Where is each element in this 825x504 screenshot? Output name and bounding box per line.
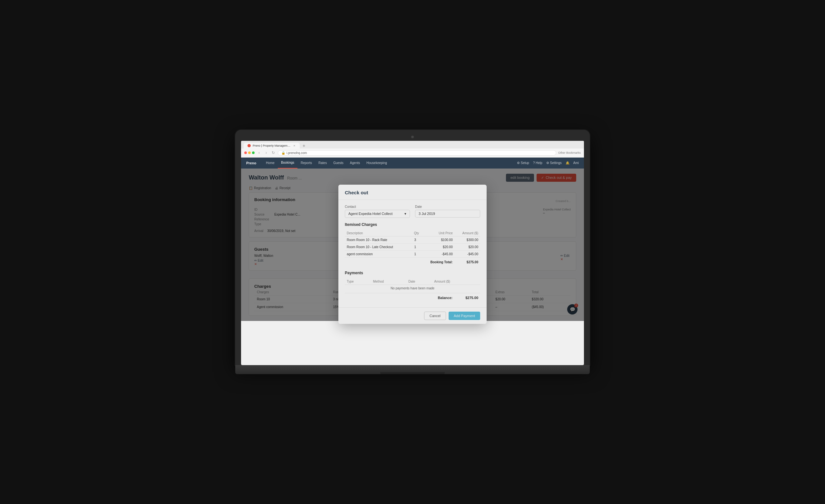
modal-footer: Cancel Add Payment [339, 307, 486, 324]
form-row-contact-date: Contact Agent Expedia Hotel Collect ▾ Da… [345, 205, 480, 218]
browser-controls: ‹ › ↻ 🔒 i.prenohq.com Other Bookmarks [241, 149, 584, 157]
app-nav: Preno Home Bookings Reports Rates Guests… [241, 158, 584, 168]
payments-table: Type Method Date Amount ($) No p [345, 278, 480, 292]
maximize-window-button[interactable] [252, 151, 254, 154]
payments-section: Payments Type Method Date Amount ($) [345, 271, 480, 300]
browser-chrome: Preno | Property Manageme... ✕ + ‹ › ↻ [241, 141, 584, 158]
app-nav-right: ⚙ Setup ? Help ⚙ Settings 🔔 Ami [517, 161, 579, 165]
table-row: Room Room 10 - Late Checkout 1 $20.00 $2… [345, 243, 480, 250]
dropdown-icon: ▾ [404, 212, 406, 216]
col-description: Description [345, 230, 409, 236]
balance-label: Balance: [438, 296, 452, 300]
address-bar[interactable]: 🔒 i.prenohq.com [278, 150, 556, 156]
nav-item-rates[interactable]: Rates [315, 158, 330, 168]
app-brand: Preno [246, 161, 256, 165]
contact-select[interactable]: Agent Expedia Hotel Collect ▾ [345, 210, 410, 218]
traffic-lights [244, 151, 254, 154]
nav-item-guests[interactable]: Guests [330, 158, 347, 168]
nav-item-bookings[interactable]: Bookings [278, 158, 297, 168]
payment-col-type: Type [345, 278, 371, 285]
nav-item-agents[interactable]: Agents [347, 158, 363, 168]
nav-help[interactable]: ? Help [533, 161, 542, 165]
add-payment-button[interactable]: Add Payment [449, 312, 480, 320]
payment-col-date: Date [406, 278, 432, 285]
nav-user[interactable]: Ami [573, 161, 579, 165]
laptop-frame: Preno | Property Manageme... ✕ + ‹ › ↻ [235, 130, 590, 374]
col-unit-price: Unit Price [421, 230, 455, 236]
cancel-button[interactable]: Cancel [424, 312, 446, 320]
modal-header: Check out [339, 185, 486, 200]
modal-overlay[interactable]: Check out Contact Agent Expedia Hotel Co… [241, 168, 584, 321]
lock-icon: 🔒 [281, 151, 285, 155]
reload-button[interactable]: ↻ [271, 150, 276, 155]
date-label: Date [415, 205, 480, 209]
nav-setup[interactable]: ⚙ Setup [517, 161, 529, 165]
tab-favicon [247, 144, 251, 147]
browser-tab-active[interactable]: Preno | Property Manageme... ✕ [244, 143, 300, 149]
form-group-date: Date [415, 205, 480, 218]
booking-total-value: $275.00 [455, 258, 480, 266]
laptop-base [235, 365, 590, 374]
contact-label: Contact [345, 205, 410, 209]
page-content: Walton Wolff Room ... edit booking ✓ Che… [241, 168, 584, 321]
nav-item-home[interactable]: Home [262, 158, 278, 168]
itemised-table: Description Qty Unit Price Amount ($) [345, 230, 480, 266]
table-row: Room Room 10 - Rack Rate 3 $100.00 $300.… [345, 236, 480, 243]
close-window-button[interactable] [244, 151, 247, 154]
balance-row: Balance: $275.00 [345, 293, 480, 300]
url-text: i.prenohq.com [287, 151, 307, 155]
payment-col-method: Method [371, 278, 406, 285]
date-input[interactable] [415, 210, 480, 218]
bookmarks-area: Other Bookmarks [558, 151, 581, 154]
back-button[interactable]: ‹ [256, 150, 262, 155]
no-payments-row: No payments have been made [345, 285, 480, 292]
tab-close-icon[interactable]: ✕ [293, 144, 296, 147]
forward-button[interactable]: › [264, 150, 269, 155]
payment-col-amount: Amount ($) [432, 278, 480, 285]
payments-title: Payments [345, 271, 480, 275]
browser-tabs: Preno | Property Manageme... ✕ + [241, 141, 584, 149]
minimize-window-button[interactable] [248, 151, 251, 154]
itemised-title: Itemised Charges [345, 222, 480, 227]
modal-title: Check out [345, 190, 368, 195]
form-group-contact: Contact Agent Expedia Hotel Collect ▾ [345, 205, 410, 218]
booking-total-label: Booking Total: [421, 258, 455, 266]
booking-total-row: Booking Total: $275.00 [345, 258, 480, 266]
col-amount: Amount ($) [455, 230, 480, 236]
no-payments-text: No payments have been made [345, 285, 480, 292]
screen: Preno | Property Manageme... ✕ + ‹ › ↻ [241, 141, 584, 365]
new-tab-button[interactable]: + [301, 143, 307, 149]
balance-value: $275.00 [465, 296, 478, 300]
itemised-section: Itemised Charges Description Qty Unit Pr… [345, 222, 480, 266]
camera [411, 136, 414, 138]
nav-notifications[interactable]: 🔔 [566, 161, 570, 165]
nav-settings[interactable]: ⚙ Settings [546, 161, 562, 165]
checkout-modal: Check out Contact Agent Expedia Hotel Co… [339, 185, 486, 324]
nav-item-reports[interactable]: Reports [297, 158, 315, 168]
modal-body: Contact Agent Expedia Hotel Collect ▾ Da… [339, 200, 486, 307]
table-row: agent commission 1 -$45.00 -$45.00 [345, 250, 480, 258]
screen-bezel: Preno | Property Manageme... ✕ + ‹ › ↻ [235, 130, 590, 365]
col-qty: Qty [409, 230, 421, 236]
tab-title: Preno | Property Manageme... [253, 144, 291, 147]
contact-value: Agent Expedia Hotel Collect [348, 212, 392, 216]
nav-item-housekeeping[interactable]: Housekeeping [363, 158, 390, 168]
